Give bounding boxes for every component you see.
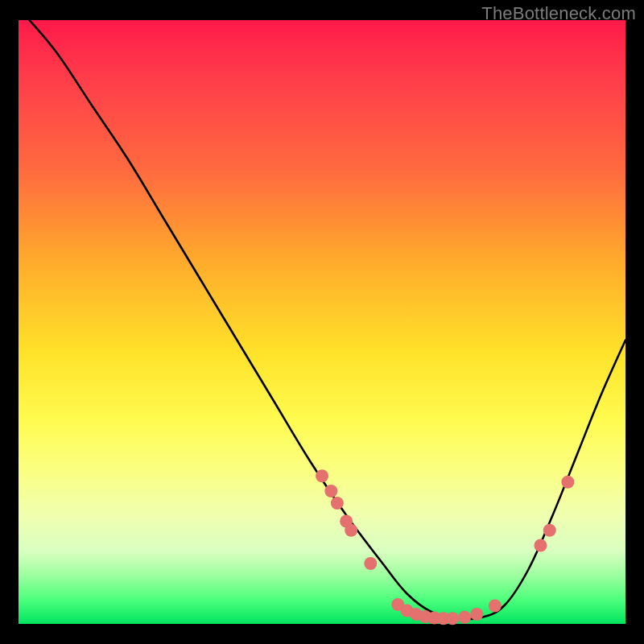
data-marker bbox=[331, 497, 344, 510]
plot-area bbox=[19, 20, 625, 624]
data-marker bbox=[345, 524, 357, 537]
data-marker bbox=[364, 557, 377, 570]
curve-overlay bbox=[19, 20, 625, 624]
watermark-text: TheBottleneck.com bbox=[481, 3, 636, 24]
data-marker bbox=[470, 608, 483, 621]
data-marker bbox=[543, 524, 556, 537]
data-marker bbox=[324, 485, 337, 497]
data-marker bbox=[446, 612, 459, 625]
data-marker bbox=[534, 539, 547, 552]
data-marker bbox=[458, 611, 471, 624]
bottleneck-curve bbox=[19, 8, 625, 619]
data-markers bbox=[316, 469, 574, 625]
chart-frame: TheBottleneck.com bbox=[0, 0, 644, 644]
data-marker bbox=[316, 469, 328, 482]
data-marker bbox=[561, 476, 574, 489]
data-marker bbox=[489, 600, 502, 613]
